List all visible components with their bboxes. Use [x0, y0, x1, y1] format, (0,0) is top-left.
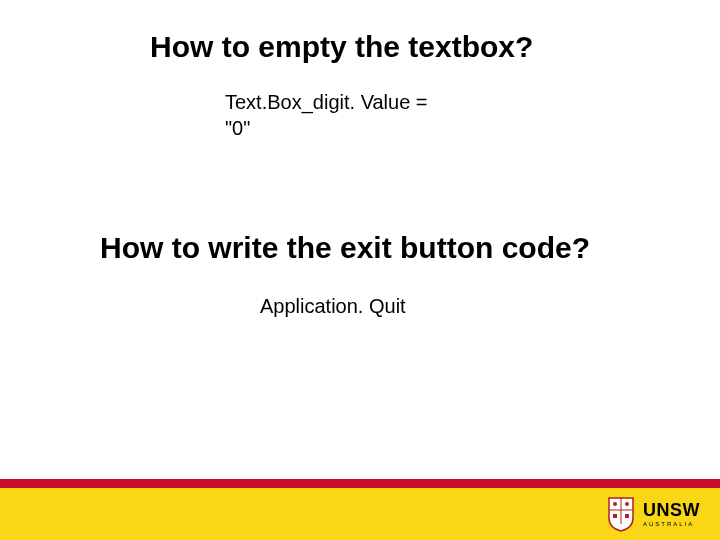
footer-red-bar — [0, 479, 720, 488]
unsw-crest-icon — [607, 496, 635, 532]
code-exit-button: Application. Quit — [260, 295, 720, 318]
slide-content: How to empty the textbox? Text.Box_digit… — [0, 0, 720, 318]
svg-point-3 — [625, 502, 629, 506]
unsw-logo: UNSW AUSTRALIA — [607, 496, 700, 532]
svg-rect-5 — [625, 514, 629, 518]
unsw-logo-subtext: AUSTRALIA — [643, 521, 694, 527]
footer: UNSW AUSTRALIA — [0, 479, 720, 540]
code-line: Text.Box_digit. Value = — [225, 89, 720, 115]
heading-empty-textbox: How to empty the textbox? — [150, 30, 720, 64]
code-line: "0" — [225, 115, 720, 141]
code-empty-textbox: Text.Box_digit. Value = "0" — [225, 89, 720, 141]
unsw-text: UNSW AUSTRALIA — [643, 501, 700, 527]
heading-exit-button: How to write the exit button code? — [100, 231, 720, 265]
svg-rect-4 — [613, 514, 617, 518]
svg-point-2 — [613, 502, 617, 506]
footer-yellow-bar: UNSW AUSTRALIA — [0, 488, 720, 540]
unsw-logo-text: UNSW — [643, 501, 700, 519]
